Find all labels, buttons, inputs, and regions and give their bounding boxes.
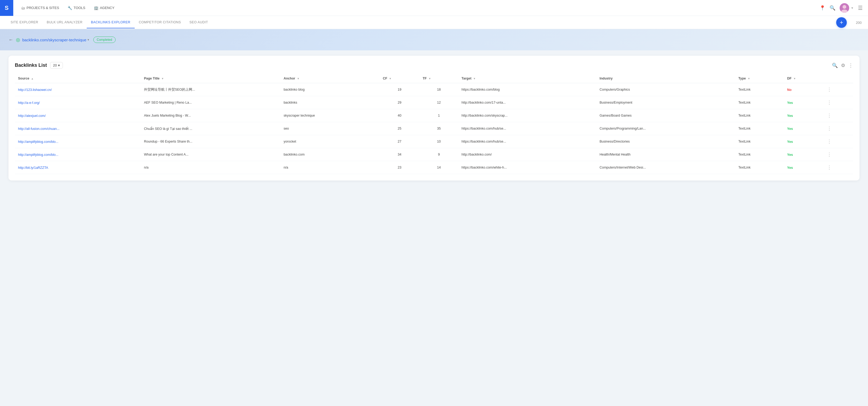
row-menu-button-2[interactable]: ⋮	[827, 113, 832, 119]
table-row: http://all-fusion.com/chuan... Chuẩn SEO…	[15, 122, 853, 135]
cell-cf-6: 23	[380, 161, 420, 174]
source-link-4[interactable]: http://amplifyblog.com/blo...	[18, 140, 58, 144]
table-actions: 🔍 ⚙ ⋮	[832, 63, 853, 68]
col-anchor-label: Anchor	[284, 76, 296, 80]
table-row: http://a-e-f.org/ AEF SEO Marketing | Re…	[15, 96, 853, 109]
tab-competitor-citations[interactable]: COMPETITOR CITATIONS	[135, 17, 185, 28]
cell-menu-5: ⋮	[824, 148, 853, 161]
col-page-title[interactable]: Page Title ▼	[141, 74, 280, 83]
avatar	[840, 3, 849, 13]
table-more-button[interactable]: ⋮	[848, 63, 853, 68]
col-source-sort-icon: ▲	[31, 77, 34, 80]
row-menu-button-5[interactable]: ⋮	[827, 152, 832, 157]
hero-area: ← ◎ backlinko.com/skyscraper-technique ▾…	[0, 29, 868, 50]
nav-agency[interactable]: 🏢 AGENCY	[90, 4, 118, 12]
status-badge: Completed	[93, 37, 116, 43]
nav-right: 📍 🔍 ▼ ☰	[819, 3, 863, 13]
cell-cf-4: 27	[380, 135, 420, 148]
col-source-label: Source	[18, 76, 29, 80]
logo-button[interactable]: S	[0, 0, 13, 16]
cell-df-3: Yes	[784, 122, 824, 135]
cell-type-2: TextLink	[735, 109, 784, 122]
cell-target-4: https://backlinko.com/hub/se...	[458, 135, 596, 148]
cell-df-1: Yes	[784, 96, 824, 109]
main-content: Backlinks List 20 ▾ 🔍 ⚙ ⋮ Source	[0, 50, 868, 186]
search-icon-button[interactable]: 🔍	[830, 5, 835, 11]
sub-nav: SITE EXPLORER BULK URL ANALYZER BACKLINK…	[0, 16, 868, 29]
nav-projects-label: PROJECTS & SITES	[27, 6, 59, 10]
col-cf[interactable]: CF ▼	[380, 74, 420, 83]
cell-type-3: TextLink	[735, 122, 784, 135]
cell-tf-0: 18	[420, 83, 458, 96]
table-search-button[interactable]: 🔍	[832, 63, 838, 68]
add-button[interactable]: +	[836, 17, 847, 28]
back-button[interactable]: ←	[8, 37, 13, 43]
cell-df-5: Yes	[784, 148, 824, 161]
df-badge-5: Yes	[787, 153, 793, 157]
row-menu-button-6[interactable]: ⋮	[827, 164, 832, 170]
cell-tf-3: 35	[420, 122, 458, 135]
cell-menu-2: ⋮	[824, 109, 853, 122]
tab-seo-audit[interactable]: SEO AUDIT	[185, 17, 212, 28]
cell-type-0: TextLink	[735, 83, 784, 96]
cell-source-5: http://amplifyblog.com/blo...	[15, 148, 141, 161]
col-industry[interactable]: Industry	[596, 74, 735, 83]
site-url-dropdown-icon[interactable]: ▾	[88, 38, 89, 41]
cell-industry-6: Computers/Internet/Web Desi...	[596, 161, 735, 174]
cell-page-title-2: Alex Juels Marketing Blog - W...	[141, 109, 280, 122]
location-icon-button[interactable]: 📍	[819, 5, 825, 11]
df-badge-2: Yes	[787, 114, 793, 118]
cell-menu-6: ⋮	[824, 161, 853, 174]
source-link-2[interactable]: http://alexjuel.com/	[18, 114, 45, 118]
tab-site-explorer[interactable]: SITE EXPLORER	[6, 17, 42, 28]
cell-anchor-5: backlinko.com	[280, 148, 380, 161]
tab-backlinks-explorer[interactable]: BACKLINKS EXPLORER	[87, 17, 134, 28]
nav-projects[interactable]: 🗂 PROJECTS & SITES	[18, 4, 63, 12]
per-page-button[interactable]: 20 ▾	[50, 62, 63, 69]
col-target-sort-icon: ▼	[473, 77, 476, 80]
col-df[interactable]: DF ▼	[784, 74, 824, 83]
source-link-1[interactable]: http://a-e-f.org/	[18, 101, 40, 105]
row-menu-button-1[interactable]: ⋮	[827, 100, 832, 105]
cell-tf-2: 1	[420, 109, 458, 122]
agency-icon: 🏢	[94, 6, 98, 10]
site-url[interactable]: backlinko.com/skyscraper-technique	[22, 38, 86, 42]
cell-target-0: https://backlinko.com/blog	[458, 83, 596, 96]
cell-cf-3: 25	[380, 122, 420, 135]
col-tf[interactable]: TF ▼	[420, 74, 458, 83]
source-link-0[interactable]: http://123.lishaowei.cn/	[18, 88, 52, 92]
df-badge-3: Yes	[787, 127, 793, 131]
cell-df-6: Yes	[784, 161, 824, 174]
row-menu-button-3[interactable]: ⋮	[827, 126, 832, 131]
col-cf-sort-icon: ▼	[389, 77, 392, 80]
col-source[interactable]: Source ▲	[15, 74, 141, 83]
source-link-3[interactable]: http://all-fusion.com/chuan...	[18, 127, 59, 131]
tab-bulk-url-analyzer[interactable]: BULK URL ANALYZER	[42, 17, 87, 28]
col-page-title-sort-icon: ▼	[161, 77, 164, 80]
df-badge-0: No	[787, 88, 792, 92]
nav-tools[interactable]: 🔧 TOOLS	[64, 4, 89, 12]
df-badge-4: Yes	[787, 140, 793, 144]
source-link-5[interactable]: http://amplifyblog.com/blo...	[18, 153, 58, 157]
cell-type-4: TextLink	[735, 135, 784, 148]
menu-icon-button[interactable]: ☰	[858, 5, 863, 11]
col-type-label: Type	[738, 76, 746, 80]
row-menu-button-0[interactable]: ⋮	[827, 87, 832, 93]
df-badge-1: Yes	[787, 101, 793, 105]
table-settings-button[interactable]: ⚙	[841, 63, 845, 68]
table-row: http://bit.ly/1aRZZTA n/a n/a 23 14 http…	[15, 161, 853, 174]
avatar-button[interactable]: ▼	[840, 3, 854, 13]
cell-target-3: https://backlinko.com/hub/se...	[458, 122, 596, 135]
cell-df-0: No	[784, 83, 824, 96]
col-type[interactable]: Type ▼	[735, 74, 784, 83]
cell-type-1: TextLink	[735, 96, 784, 109]
col-df-sort-icon: ▼	[793, 77, 796, 80]
col-anchor[interactable]: Anchor ▼	[280, 74, 380, 83]
table-row: http://123.lishaowei.cn/ 外贸网址导航丨外贸SEO的上网…	[15, 83, 853, 96]
col-target[interactable]: Target ▼	[458, 74, 596, 83]
source-link-6[interactable]: http://bit.ly/1aRZZTA	[18, 166, 48, 169]
cell-anchor-6: n/a	[280, 161, 380, 174]
cell-page-title-0: 外贸网址导航丨外贸SEO的上网...	[141, 83, 280, 96]
row-menu-button-4[interactable]: ⋮	[827, 138, 832, 145]
cell-source-0: http://123.lishaowei.cn/	[15, 83, 141, 96]
